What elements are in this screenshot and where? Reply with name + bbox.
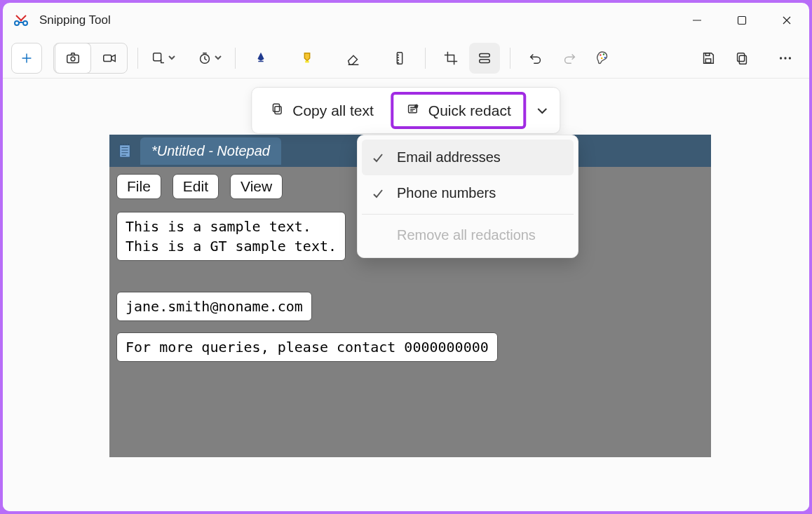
svg-rect-2 [738, 17, 746, 25]
new-snip-button[interactable] [11, 43, 42, 74]
redact-emails-label: Email addresses [397, 149, 501, 165]
notepad-menu-file: File [116, 174, 161, 199]
pen-tool-button[interactable] [245, 43, 276, 74]
quick-redact-menu: Email addresses Phone numbers Remove all… [357, 135, 578, 258]
svg-point-14 [604, 56, 606, 58]
text-actions-bar: Copy all text Quick redact [251, 87, 560, 134]
video-mode-button[interactable] [92, 43, 127, 73]
toolbar [3, 38, 809, 79]
svg-point-12 [600, 54, 601, 55]
svg-rect-17 [705, 53, 710, 55]
copy-button[interactable] [726, 43, 757, 74]
snip-shape-button[interactable] [148, 43, 179, 74]
notepad-tab: *Untitled - Notepad [140, 137, 281, 165]
text-actions-tool-button[interactable] [469, 43, 500, 74]
copy-all-text-button[interactable]: Copy all text [257, 95, 386, 126]
maximize-button[interactable] [719, 3, 764, 38]
svg-point-13 [603, 53, 604, 55]
ruler-tool-button[interactable] [384, 43, 415, 74]
copy-all-text-label: Copy all text [292, 102, 374, 119]
eraser-tool-button[interactable] [338, 43, 369, 74]
redact-phones-item[interactable]: Phone numbers [362, 175, 574, 211]
redo-button[interactable] [554, 43, 585, 74]
separator [137, 48, 138, 69]
quick-redact-label: Quick redact [428, 102, 511, 119]
close-button[interactable] [764, 3, 809, 38]
remove-all-redactions-label: Remove all redactions [397, 227, 536, 243]
chevron-down-icon [214, 52, 222, 65]
quick-redact-button[interactable]: Quick redact [391, 92, 527, 129]
svg-rect-11 [480, 59, 490, 62]
copy-icon [270, 102, 284, 119]
titlebar: Snipping Tool [3, 3, 809, 38]
redact-icon [406, 102, 420, 119]
svg-point-15 [601, 57, 602, 58]
separator [425, 48, 426, 69]
separator [235, 48, 236, 69]
svg-rect-10 [480, 53, 490, 57]
svg-point-0 [15, 21, 19, 25]
menu-separator [362, 214, 574, 215]
more-button[interactable] [770, 43, 801, 74]
redact-emails-item[interactable]: Email addresses [362, 140, 574, 175]
minimize-button[interactable] [675, 3, 719, 38]
notepad-text-email: jane.smith@noname.com [116, 292, 312, 321]
remove-all-redactions-item[interactable]: Remove all redactions [362, 217, 574, 253]
svg-rect-3 [67, 55, 79, 62]
svg-rect-5 [104, 55, 111, 61]
delay-button[interactable] [194, 43, 225, 74]
crop-tool-button[interactable] [435, 43, 466, 74]
notepad-menu-edit: Edit [172, 174, 219, 199]
svg-point-20 [780, 57, 782, 59]
check-icon [372, 151, 384, 164]
separator [510, 48, 510, 69]
snipping-tool-window: Snipping Tool [3, 3, 809, 511]
redact-phones-label: Phone numbers [397, 185, 496, 201]
notepad-text-contact: For more queries, please contact 0000000… [116, 332, 498, 362]
edit-in-paint-button[interactable] [588, 43, 618, 74]
svg-rect-24 [275, 107, 281, 114]
svg-rect-6 [154, 53, 161, 60]
canvas-area: *Untitled - Notepad File Edit View This … [3, 79, 809, 511]
app-title: Snipping Tool [39, 13, 675, 27]
capture-mode-group [53, 43, 128, 74]
quick-redact-dropdown-toggle[interactable] [531, 96, 555, 126]
svg-rect-16 [705, 58, 710, 62]
window-controls [675, 3, 809, 38]
chevron-down-icon [168, 52, 176, 65]
highlighter-tool-button[interactable] [292, 43, 323, 74]
snipping-tool-icon [13, 12, 29, 29]
svg-rect-18 [739, 55, 746, 64]
check-icon [372, 187, 384, 200]
svg-point-22 [789, 57, 791, 59]
svg-point-4 [71, 56, 75, 60]
undo-button[interactable] [520, 43, 551, 74]
notepad-menu-view: View [230, 174, 283, 199]
photo-mode-button[interactable] [55, 43, 90, 73]
svg-rect-25 [273, 104, 279, 111]
spacer [372, 229, 384, 242]
svg-point-21 [784, 57, 786, 59]
svg-rect-8 [305, 60, 309, 62]
notepad-icon [109, 143, 140, 158]
svg-point-1 [23, 21, 27, 25]
notepad-text-block-1: This is a sample text. This is a GT samp… [116, 212, 346, 261]
save-button[interactable] [693, 43, 724, 74]
svg-rect-19 [738, 53, 745, 61]
